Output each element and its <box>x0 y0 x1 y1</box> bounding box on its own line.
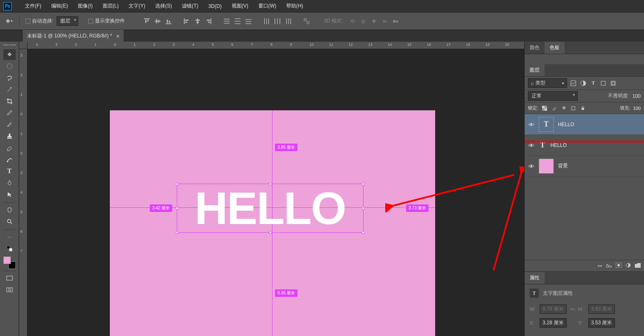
filter-pixel-icon[interactable] <box>570 80 577 87</box>
tool-type[interactable]: T <box>3 166 16 177</box>
tool-quick-mask[interactable] <box>3 284 16 295</box>
distribute-vcenter-icon[interactable] <box>234 17 241 25</box>
color-swatches[interactable] <box>3 256 16 269</box>
tool-gradient[interactable] <box>3 154 16 165</box>
tool-brush[interactable] <box>3 119 16 130</box>
distribute-bottom-icon[interactable] <box>245 17 252 25</box>
tool-edit-toolbar[interactable]: ··· <box>3 231 16 242</box>
document-tab[interactable]: 未标题-1 @ 100% (HELLO, RGB/8#) * × <box>23 30 124 42</box>
3d-slide-icon[interactable]: ⇔ <box>381 17 389 25</box>
layer-mask-icon[interactable] <box>616 263 622 269</box>
filter-text-icon[interactable]: T <box>590 80 597 87</box>
align-hcenter-icon[interactable] <box>194 17 201 25</box>
distribute-right-icon[interactable] <box>285 17 292 25</box>
filter-shape-icon[interactable] <box>599 80 607 87</box>
align-top-icon[interactable] <box>143 17 151 25</box>
ruler-vertical[interactable]: 32101234567 <box>19 49 27 336</box>
menu-help[interactable]: 帮助(H) <box>281 2 308 10</box>
layer-thumbnail[interactable]: T <box>539 138 546 153</box>
lock-artboard-icon[interactable] <box>570 105 577 112</box>
layer-name-label[interactable]: 背景 <box>558 162 568 169</box>
visibility-icon[interactable] <box>528 121 535 128</box>
layer-filter-kind[interactable]: ⌕类型▾ <box>528 78 567 88</box>
align-left-icon[interactable] <box>183 17 191 25</box>
show-transform-checkbox[interactable]: 显示变换控件 <box>87 17 126 25</box>
move-tool-icon[interactable]: ✥▾ <box>3 15 15 27</box>
align-vcenter-icon[interactable] <box>154 17 161 25</box>
menu-select[interactable]: 选择(S) <box>150 2 177 10</box>
tool-pen[interactable] <box>3 177 16 188</box>
layer-row[interactable]: THELLO <box>525 114 644 135</box>
menu-file[interactable]: 文件(F) <box>20 2 46 10</box>
tool-lasso[interactable] <box>3 72 16 83</box>
menu-edit[interactable]: 编辑(E) <box>46 2 73 10</box>
lock-pixels-icon[interactable] <box>551 105 557 112</box>
auto-select-checkbox[interactable]: 自动选择: <box>24 17 55 25</box>
prop-x-value[interactable]: 3.28 厘米 <box>540 318 567 328</box>
lock-all-icon[interactable] <box>580 105 586 112</box>
menu-layer[interactable]: 图层(L) <box>98 2 124 10</box>
layer-style-icon[interactable]: fx▾ <box>606 263 612 269</box>
3d-orbit-icon[interactable]: ⟲ <box>349 17 356 25</box>
align-bottom-icon[interactable] <box>165 17 172 25</box>
tool-hand[interactable] <box>3 204 16 215</box>
3d-pan-icon[interactable]: ✥ <box>370 17 378 25</box>
tab-close-icon[interactable]: × <box>116 33 119 40</box>
artboard[interactable]: HELLO 3.85 厘米 3.42 厘米 3.73 厘米 6.35 厘米 <box>110 110 435 336</box>
layer-thumbnail[interactable]: T <box>539 117 554 132</box>
tab-properties[interactable]: 属性 <box>525 272 545 284</box>
canvas-area[interactable]: 432101234567891011121314151617181920 321… <box>19 42 524 336</box>
visibility-icon[interactable] <box>528 142 535 149</box>
tab-layers[interactable]: 图层 <box>525 64 545 76</box>
link-layers-icon[interactable]: ⚯ <box>598 263 602 269</box>
tool-eyedropper[interactable] <box>3 107 16 118</box>
3d-roll-icon[interactable]: ◎ <box>359 17 367 25</box>
tool-magic-wand[interactable] <box>3 84 16 95</box>
fill-value[interactable]: 100 <box>633 106 641 111</box>
tool-eraser[interactable] <box>3 142 16 153</box>
align-right-icon[interactable] <box>205 17 212 25</box>
layer-name-label[interactable]: HELLO <box>558 122 574 127</box>
menu-window[interactable]: 窗口(W) <box>253 2 281 10</box>
layer-row[interactable]: 背景 <box>525 156 644 177</box>
blend-mode-select[interactable]: 正常 <box>528 91 578 101</box>
tool-move[interactable]: ✥ <box>3 49 16 60</box>
tab-color[interactable]: 颜色 <box>525 42 545 54</box>
filter-adjust-icon[interactable] <box>580 80 587 87</box>
menu-filter[interactable]: 滤镜(T) <box>177 2 203 10</box>
tool-stamp[interactable] <box>3 131 16 142</box>
distribute-top-icon[interactable] <box>223 17 230 25</box>
visibility-icon[interactable] <box>528 163 535 169</box>
tool-marquee[interactable] <box>3 61 16 72</box>
filter-smart-icon[interactable] <box>609 80 617 87</box>
auto-select-target[interactable]: 图层 <box>57 16 78 26</box>
tool-default-colors[interactable] <box>3 243 16 254</box>
auto-align-icon[interactable] <box>303 17 310 25</box>
layer-row[interactable]: THELLO <box>525 135 644 156</box>
menu-text[interactable]: 文字(Y) <box>124 2 150 10</box>
group-icon[interactable] <box>635 263 641 269</box>
tool-path-select[interactable] <box>3 189 16 200</box>
lock-transparent-icon[interactable] <box>541 105 548 112</box>
lock-position-icon[interactable]: ✥ <box>560 105 567 112</box>
opacity-value[interactable]: 100 <box>632 93 641 99</box>
layer-name-label[interactable]: HELLO <box>550 142 567 148</box>
3d-camera-icon[interactable]: ■● <box>392 17 399 25</box>
tool-crop[interactable] <box>3 96 16 107</box>
tab-swatches[interactable]: 色板 <box>545 42 565 54</box>
distribute-left-icon[interactable] <box>263 17 270 25</box>
tool-zoom[interactable] <box>3 216 16 227</box>
menu-view[interactable]: 视图(V) <box>227 2 253 10</box>
layer-list[interactable]: THELLOTHELLO背景 <box>525 114 644 260</box>
menu-image[interactable]: 图像(I) <box>73 2 97 10</box>
foreground-color-swatch[interactable] <box>3 256 11 264</box>
text-layer-box[interactable]: HELLO <box>177 184 364 233</box>
layer-thumbnail[interactable] <box>539 159 554 174</box>
adjustment-layer-icon[interactable] <box>626 263 631 269</box>
menu-3d[interactable]: 3D(D) <box>203 3 227 9</box>
distribute-hcenter-icon[interactable] <box>274 17 281 25</box>
prop-y-value[interactable]: 3.53 厘米 <box>588 318 615 328</box>
ruler-horizontal[interactable]: 432101234567891011121314151617181920 <box>27 42 524 49</box>
link-wh-icon[interactable]: ⚯ <box>569 306 576 312</box>
tool-screen-mode[interactable] <box>3 273 16 284</box>
